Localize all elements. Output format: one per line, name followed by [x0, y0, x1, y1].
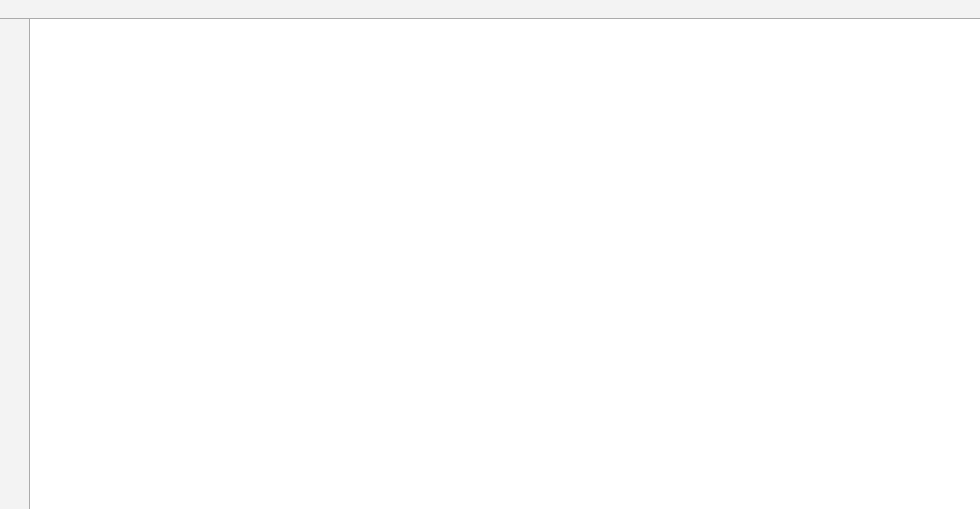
- row-header-bar: [0, 19, 30, 509]
- band-year-2-label[interactable]: [728, 62, 811, 80]
- band-separator: [977, 43, 978, 80]
- band-units-label[interactable]: [396, 62, 479, 80]
- band-separator: [644, 43, 646, 80]
- band-year-4-label[interactable]: [894, 62, 977, 80]
- column-header-bar: [0, 0, 980, 19]
- band-year-3-label[interactable]: [811, 62, 894, 80]
- band-year-0-label[interactable]: [562, 62, 645, 80]
- spreadsheet: [0, 0, 980, 509]
- section-header-band: [48, 43, 980, 80]
- band-year-1-label[interactable]: [645, 62, 728, 80]
- band-total-label[interactable]: [479, 62, 562, 80]
